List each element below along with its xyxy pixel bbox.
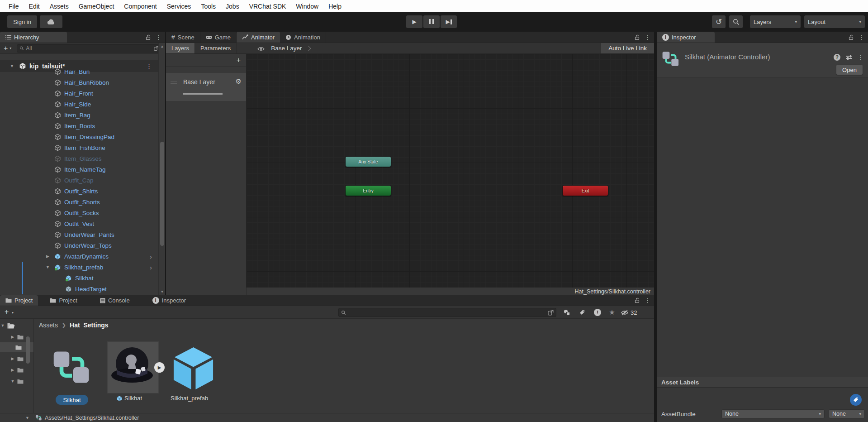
menu-component[interactable]: Component [119,0,161,12]
hierarchy-item-prefab[interactable]: ▼Silkhat_prefab› [0,262,158,273]
menu-edit[interactable]: Edit [24,0,45,12]
menu-file[interactable]: File [4,0,24,12]
sign-in-button[interactable]: Sign in [7,15,37,28]
hierarchy-item[interactable]: Item_Bag [0,110,158,120]
lock-icon[interactable] [634,297,640,303]
hierarchy-search[interactable] [17,44,161,53]
add-layer-button[interactable]: + [237,57,241,64]
undo-history-button[interactable]: ↺ [712,15,726,28]
scrollbar-thumb[interactable] [160,142,164,246]
hierarchy-item-disabled[interactable]: Item_Glasses [0,153,158,164]
play-button[interactable]: ▶ [406,15,422,28]
parameters-toggle[interactable]: Parameters [195,43,237,53]
hierarchy-search-input[interactable] [26,45,152,52]
expand-triangle-icon[interactable]: ▶ [44,254,51,259]
menu-assets[interactable]: Assets [45,0,74,12]
asset-item-controller-icon[interactable] [51,346,93,388]
hidden-items-toggle[interactable]: 32 [621,307,637,317]
hierarchy-item-prefab[interactable]: ▶AvatarDynamics› [0,251,158,262]
hierarchy-item[interactable]: Item_FishBone [0,142,158,153]
asset-label-selected[interactable]: Silkhat [56,395,88,405]
menu-tools[interactable]: Tools [196,0,221,12]
search-everywhere-button[interactable] [729,15,743,28]
chevron-down-icon[interactable]: ▾ [12,311,14,315]
project-search[interactable] [338,308,556,317]
tree-item-assets[interactable]: ▼ [0,321,34,331]
tab-game[interactable]: Game [200,32,237,43]
add-object-button[interactable]: + [4,45,8,52]
hierarchy-item[interactable]: Outfit_Shorts [0,197,158,207]
state-node-exit[interactable]: Exit [562,185,608,196]
search-by-label-button[interactable] [575,307,589,317]
asset-item-model-icon[interactable] [171,345,216,392]
lock-icon[interactable] [634,34,640,40]
open-button[interactable]: Open [836,65,863,75]
tab-hierarchy[interactable]: Hierarchy [0,32,67,43]
hierarchy-item-disabled[interactable]: Outfit_Cap [0,175,158,186]
breadcrumb-assets[interactable]: Assets [39,321,58,329]
importance-filter-button[interactable]: ! [591,307,604,317]
breadcrumb-current[interactable]: Hat_Settings [70,321,109,329]
hierarchy-item[interactable]: UnderWear_Pants [0,229,158,240]
layer-breadcrumb[interactable]: Base Layer [271,45,310,52]
presets-icon[interactable] [846,54,852,60]
collapse-triangle-icon[interactable]: ▼ [10,379,15,384]
tab-scene[interactable]: #Scene [166,32,200,43]
create-asset-button[interactable]: + [5,308,9,316]
hierarchy-item[interactable]: Hair_Bun [0,66,158,77]
prefab-open-arrow-icon[interactable]: › [150,253,152,260]
prefab-open-arrow-icon[interactable]: › [150,264,152,271]
watch-toggle[interactable] [257,45,265,52]
kebab-menu-icon[interactable]: ⋮ [645,34,650,41]
scroll-up-icon[interactable]: ▲ [159,44,166,48]
help-icon[interactable]: ? [834,54,840,61]
tab-inspector[interactable]: i Inspector [657,32,715,43]
chevron-down-icon[interactable]: ▾ [9,46,11,50]
assetbundle-dropdown[interactable]: None▾ [721,409,825,418]
auto-live-link-button[interactable]: Auto Live Link [601,43,654,53]
layers-dropdown[interactable]: Layers▾ [750,15,801,28]
asset-label[interactable]: Silkhat [116,395,142,402]
layer-weight-slider[interactable] [183,93,223,95]
gear-icon[interactable]: ⚙ [236,77,242,86]
menu-vrchat-sdk[interactable]: VRChat SDK [244,0,291,12]
scroll-down-icon[interactable]: ▼ [159,290,166,294]
expand-triangle-icon[interactable]: ▶ [10,335,15,339]
cloud-button[interactable] [40,15,62,28]
menu-gameobject[interactable]: GameObject [74,0,119,12]
tab-console[interactable]: Console [95,295,135,306]
hierarchy-item[interactable]: Outfit_Shirts [0,186,158,197]
hierarchy-item-prefab-child[interactable]: Silkhat [0,273,158,283]
scrollbar-thumb[interactable] [26,336,30,364]
tab-animation[interactable]: Animation [280,32,326,43]
hierarchy-scrollbar[interactable]: ▲ ▼ [158,43,165,295]
asset-label[interactable]: Silkhat_prefab [171,395,208,402]
hierarchy-item[interactable]: Hair_Front [0,88,158,99]
layout-dropdown[interactable]: Layout▾ [804,15,865,28]
state-node-any-state[interactable]: Any State [345,156,391,167]
hierarchy-item[interactable]: Item_NameTag [0,164,158,175]
hierarchy-item[interactable]: Item_DressingPad [0,131,158,142]
kebab-menu-icon[interactable]: ⋮ [858,54,863,61]
lock-icon[interactable] [145,34,151,40]
hierarchy-item[interactable]: UnderWear_Tops [0,240,158,251]
tab-project-active[interactable]: Project [0,295,38,306]
menu-help[interactable]: Help [323,0,346,12]
hierarchy-item[interactable]: Outfit_Vest [0,218,158,229]
expand-triangle-icon[interactable]: ▶ [10,368,15,372]
state-node-entry[interactable]: Entry [345,185,391,196]
collapse-triangle-icon[interactable]: ▼ [0,323,5,328]
expand-triangle-icon[interactable]: ▶ [10,356,15,361]
kebab-menu-icon[interactable]: ⋮ [859,34,864,41]
scroll-down-icon[interactable]: ▼ [25,416,29,420]
hierarchy-item[interactable]: Hair_Side [0,99,158,110]
menu-services[interactable]: Services [162,0,196,12]
state-machine-graph[interactable]: Any State Entry Exit Hat_Settings/Silkha… [247,54,654,295]
hierarchy-item[interactable]: Outfit_Socks [0,207,158,218]
hierarchy-item[interactable]: Hair_BunRibbon [0,77,158,88]
prefab-preview-play-button[interactable]: ▶ [154,362,165,373]
pause-button[interactable] [423,15,440,28]
asset-item-prefab-thumbnail[interactable] [107,341,159,393]
step-button[interactable]: ▶ [441,15,457,28]
tab-animator[interactable]: Animator [237,32,280,43]
